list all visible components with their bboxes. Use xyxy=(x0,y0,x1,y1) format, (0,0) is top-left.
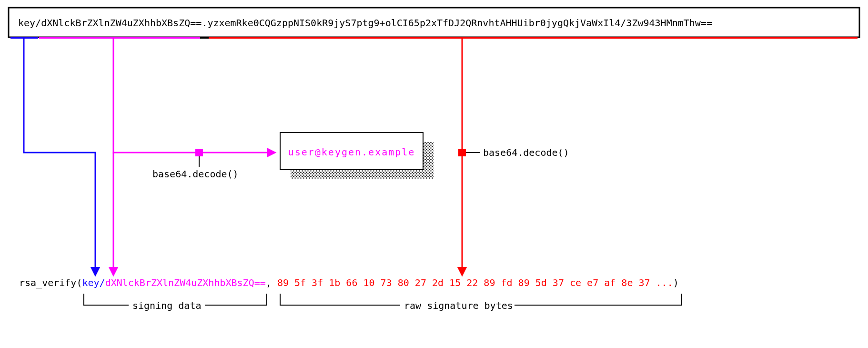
label-base64-decode-right: base64.decode() xyxy=(483,147,569,158)
node-red-square xyxy=(458,149,466,156)
flow-blue xyxy=(24,39,95,272)
label-base64-decode-left: base64.decode() xyxy=(152,168,239,180)
label-signing-data: signing data xyxy=(132,300,202,311)
label-raw-sig: raw signature bytes xyxy=(404,300,513,311)
rsa-verify-line: rsa_verify(key/dXNlckBrZXlnZW4uZXhhbXBsZ… xyxy=(19,277,679,288)
top-string-text: key/dXNlckBrZXlnZW4uZXhhbXBsZQ==.yzxemRk… xyxy=(18,17,712,29)
flow-magenta-to-userbox xyxy=(113,39,272,153)
node-magenta-square xyxy=(195,149,203,156)
diagram-root: key/dXNlckBrZXlnZW4uZXhhbXBsZQ==.yzxemRk… xyxy=(0,0,868,348)
user-box-text: user@keygen.example xyxy=(288,146,415,158)
